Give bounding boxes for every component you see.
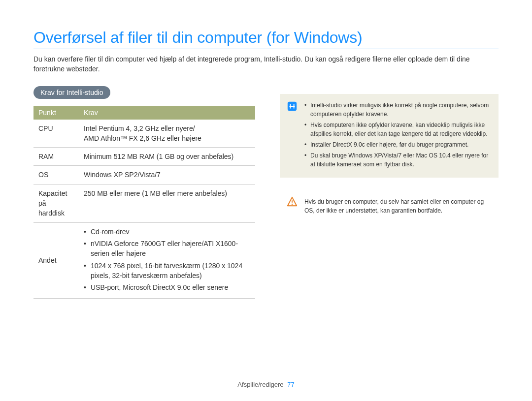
table-row: OS Windows XP SP2/Vista/7: [33, 166, 255, 184]
list-item: Cd-rom-drev: [84, 227, 250, 237]
note-box: Intelli-studio virker muligvis ikke korr…: [280, 94, 499, 178]
list-item: 1024 x 768 pixel, 16-bit farveskærm (128…: [84, 261, 250, 281]
cell-label-os: OS: [33, 166, 79, 184]
cell-label-other: Andet: [33, 222, 79, 299]
cell-label-disk: Kapacitet på harddisk: [33, 184, 79, 222]
note-item: Du skal bruge Windows XP/Vista/7 eller M…: [304, 151, 491, 169]
note-item: Installer DirectX 9.0c eller højere, før…: [304, 140, 491, 149]
list-item: nVIDIA Geforce 7600GT eller højere/ATI X…: [84, 239, 250, 259]
warning-icon: [287, 196, 298, 207]
intro-paragraph: Du kan overføre filer til din computer v…: [33, 54, 499, 74]
cell-value-ram: Minimum 512 MB RAM (1 GB og over anbefal…: [79, 148, 255, 166]
cell-value-other: Cd-rom-drev nVIDIA Geforce 7600GT eller …: [79, 222, 255, 299]
warning-text: Hvis du bruger en computer, du selv har …: [304, 197, 494, 215]
table-header-krav: Krav: [79, 106, 255, 120]
list-item: USB-port, Microsoft DirectX 9.0c eller s…: [84, 282, 250, 292]
warning-box: Hvis du bruger en computer, du selv har …: [280, 195, 499, 217]
table-row: CPU Intel Pentium 4, 3,2 GHz eller nyere…: [33, 120, 255, 148]
note-icon: [287, 101, 298, 112]
section-heading-pill: Krav for Intelli-studio: [33, 86, 110, 99]
table-row: Kapacitet på harddisk 250 MB eller mere …: [33, 184, 255, 222]
page-title: Overførsel af filer til din computer (fo…: [33, 29, 499, 49]
cell-value-cpu: Intel Pentium 4, 3,2 GHz eller nyere/ AM…: [79, 120, 255, 148]
footer-page-number: 77: [287, 381, 294, 388]
page-footer: Afspille/redigere 77: [0, 381, 532, 388]
cell-label-cpu: CPU: [33, 120, 79, 148]
svg-point-2: [292, 203, 293, 204]
table-row: RAM Minimum 512 MB RAM (1 GB og over anb…: [33, 148, 255, 166]
note-item: Intelli-studio virker muligvis ikke korr…: [304, 101, 491, 119]
cell-label-ram: RAM: [33, 148, 79, 166]
cell-value-os: Windows XP SP2/Vista/7: [79, 166, 255, 184]
requirements-table: Punkt Krav CPU Intel Pentium 4, 3,2 GHz …: [33, 106, 255, 299]
note-item: Hvis computeren ikke opfylder kravene, k…: [304, 121, 491, 138]
table-header-punkt: Punkt: [33, 106, 79, 120]
footer-section: Afspille/redigere: [237, 381, 283, 388]
cell-value-disk: 250 MB eller mere (1 MB eller mere anbef…: [79, 184, 255, 222]
table-row: Andet Cd-rom-drev nVIDIA Geforce 7600GT …: [33, 222, 255, 299]
